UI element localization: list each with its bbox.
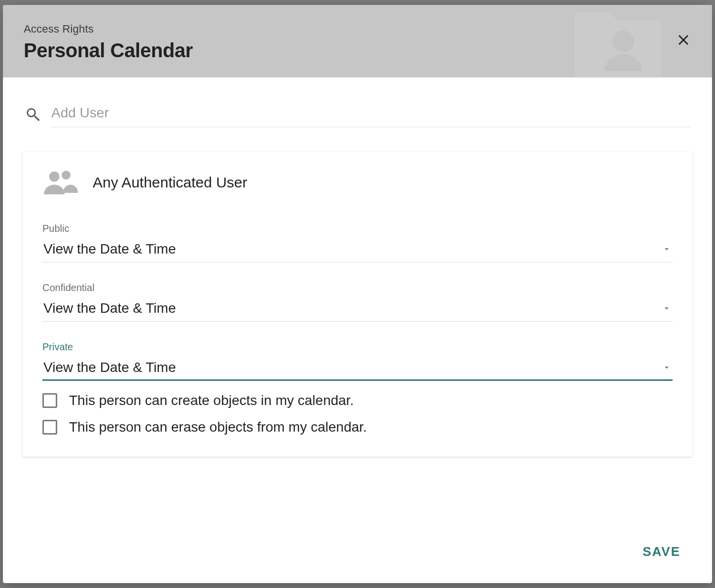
svg-point-2 xyxy=(62,171,71,180)
checkbox-erase-row: This person can erase objects from my ca… xyxy=(42,419,673,435)
permission-confidential-label: Confidential xyxy=(42,282,673,294)
permission-confidential-value: View the Date & Time xyxy=(43,300,176,316)
checkbox-erase-label: This person can erase objects from my ca… xyxy=(69,419,367,435)
checkbox-erase[interactable] xyxy=(42,420,57,435)
checkbox-create[interactable] xyxy=(42,393,57,408)
permission-private: Private View the Date & Time xyxy=(42,341,673,381)
svg-point-1 xyxy=(49,172,60,182)
permission-public-label: Public xyxy=(42,223,673,234)
save-button[interactable]: SAVE xyxy=(635,540,688,563)
user-card-header: Any Authenticated User xyxy=(42,169,673,196)
permission-public-value: View the Date & Time xyxy=(43,241,176,257)
chevron-down-icon xyxy=(662,244,672,254)
close-icon xyxy=(675,32,692,50)
close-button[interactable] xyxy=(673,30,694,51)
dialog-title: Personal Calendar xyxy=(24,39,691,62)
permission-private-value: View the Date & Time xyxy=(43,360,176,375)
chevron-down-icon xyxy=(662,303,672,313)
dialog-body: Any Authenticated User Public View the D… xyxy=(3,77,712,527)
search-icon xyxy=(25,106,41,123)
access-rights-dialog: Access Rights Personal Calendar xyxy=(3,5,712,583)
checkbox-create-row: This person can create objects in my cal… xyxy=(42,393,673,408)
user-permissions-card: Any Authenticated User Public View the D… xyxy=(23,152,692,457)
dialog-header: Access Rights Personal Calendar xyxy=(3,5,712,77)
add-user-input[interactable] xyxy=(50,101,690,127)
permission-private-select[interactable]: View the Date & Time xyxy=(42,357,673,381)
permission-public: Public View the Date & Time xyxy=(42,223,673,262)
dialog-subtitle: Access Rights xyxy=(24,23,691,36)
checkbox-create-label: This person can create objects in my cal… xyxy=(69,393,354,408)
user-title: Any Authenticated User xyxy=(93,174,248,191)
chevron-down-icon xyxy=(662,363,672,372)
group-icon xyxy=(42,169,78,196)
permission-confidential-select[interactable]: View the Date & Time xyxy=(42,297,673,322)
permission-public-select[interactable]: View the Date & Time xyxy=(42,238,673,262)
dialog-footer: SAVE xyxy=(3,527,712,583)
permission-confidential: Confidential View the Date & Time xyxy=(42,282,673,322)
add-user-search xyxy=(23,101,692,131)
permission-private-label: Private xyxy=(42,341,673,353)
